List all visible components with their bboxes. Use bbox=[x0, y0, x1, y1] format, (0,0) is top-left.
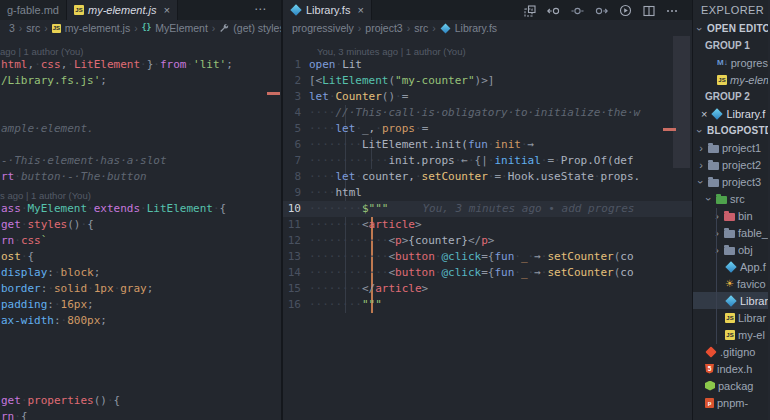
item-label: index.h bbox=[717, 363, 752, 375]
code-line[interactable]: 13············<button·@click={fun·_·→·se… bbox=[283, 249, 692, 265]
code-line[interactable]: 5····let·_,·props·= bbox=[283, 121, 692, 137]
group-header-group-2[interactable]: GROUP 2 bbox=[693, 88, 768, 105]
more-tabs-icon[interactable]: ⋯ bbox=[254, 2, 267, 16]
code-line[interactable]: 12············<p>{counter}</p> bbox=[283, 233, 692, 249]
close-icon[interactable]: × bbox=[701, 108, 707, 120]
code-line[interactable]: 7············init.props·←·{|·initial·=·P… bbox=[283, 153, 692, 169]
scrollbar[interactable] bbox=[673, 36, 690, 168]
code-line[interactable]: 6········LitElement.init(fun·init·→ bbox=[283, 137, 692, 153]
item-label: project1 bbox=[722, 142, 761, 154]
breadcrumb-item[interactable]: MyElement bbox=[155, 22, 208, 34]
tree-file-my-el[interactable]: JSmy-el bbox=[693, 326, 768, 343]
code-line[interactable] bbox=[0, 361, 281, 377]
breadcrumb-item[interactable]: src bbox=[414, 22, 428, 34]
code-line[interactable] bbox=[0, 89, 281, 105]
chevron-right-icon: › bbox=[697, 142, 705, 154]
code-line[interactable] bbox=[0, 137, 281, 153]
breadcrumb-item[interactable]: src bbox=[26, 22, 40, 34]
change-icon[interactable] bbox=[571, 5, 584, 17]
code-line[interactable] bbox=[0, 329, 281, 345]
code-line[interactable]: 15········</article> bbox=[283, 281, 692, 297]
item-label: favico bbox=[737, 278, 766, 290]
tree-file--gitigno[interactable]: .gitigno bbox=[693, 343, 768, 360]
tree-folder-project2[interactable]: ›project2 bbox=[693, 156, 768, 173]
tree-file-progress[interactable]: M↓progress bbox=[693, 54, 768, 71]
code-line[interactable]: 16········""" bbox=[283, 297, 692, 313]
code-line[interactable]: 10········$"""You, 3 minutes ago • add p… bbox=[283, 201, 692, 217]
code-line[interactable]: ample·element. bbox=[0, 121, 281, 137]
breadcrumb-item[interactable]: my-element.js bbox=[65, 22, 130, 34]
code-line[interactable]: ax-width:·800px; bbox=[0, 313, 281, 329]
tree-folder-obj[interactable]: ›obj bbox=[693, 241, 768, 258]
folder-icon bbox=[708, 162, 719, 170]
tree-file-app-f[interactable]: App.f bbox=[693, 258, 768, 275]
breadcrumb-item[interactable]: 3 bbox=[9, 22, 15, 34]
code-line[interactable]: ost·{ bbox=[0, 249, 281, 265]
open-changes-icon[interactable] bbox=[524, 5, 536, 17]
code-line[interactable]: html,·css,·LitElement·}·from·'lit'; bbox=[0, 57, 281, 73]
breadcrumb-item[interactable]: Library.fs bbox=[455, 22, 497, 34]
tree-folder-fable-[interactable]: ›fable_ bbox=[693, 224, 768, 241]
more-actions-icon[interactable] bbox=[666, 5, 678, 17]
close-icon[interactable]: × bbox=[357, 4, 363, 16]
code-line[interactable]: rt·button·-·The·button bbox=[0, 169, 281, 185]
split-editor-icon[interactable] bbox=[643, 5, 655, 17]
pnpm-icon: p bbox=[705, 398, 714, 408]
tree-file-librar[interactable]: Librar bbox=[693, 292, 768, 309]
group-header-group-1[interactable]: GROUP 1 bbox=[693, 37, 768, 54]
code-line[interactable]: 8····let·counter,·setCounter·=·Hook.useS… bbox=[283, 169, 692, 185]
code-line[interactable] bbox=[0, 377, 281, 393]
code-line[interactable]: get·styles()·{ bbox=[0, 217, 281, 233]
code-line[interactable]: border:·solid·1px·gray; bbox=[0, 281, 281, 297]
tab-g-fable.md[interactable]: g-fable.md bbox=[0, 0, 67, 20]
code-area[interactable]: ago | 1 author (You)html,·css,·LitElemen… bbox=[0, 36, 281, 420]
tree-file-library-f[interactable]: ×Library.f bbox=[693, 105, 768, 122]
code-line[interactable]: -·This·element·has·a·slot bbox=[0, 153, 281, 169]
line-number: 15 bbox=[283, 281, 309, 297]
item-label: .gitigno bbox=[720, 346, 755, 358]
tree-folder-project1[interactable]: ›project1 bbox=[693, 139, 768, 156]
code-line[interactable]: 14············<button·@click={fun·_·→·se… bbox=[283, 265, 692, 281]
tree-file-packag[interactable]: packag bbox=[693, 377, 768, 394]
code-line[interactable]: rn·{ bbox=[0, 409, 281, 420]
tree-file-my-elem[interactable]: JSmy-elem bbox=[693, 71, 768, 88]
item-label: BLOGPOSTDRAFT bbox=[707, 125, 768, 136]
tree-file-favico[interactable]: ☀favico bbox=[693, 275, 768, 292]
previous-change-icon[interactable] bbox=[547, 5, 560, 17]
tree-folder-project3[interactable]: ›project3 bbox=[693, 173, 768, 190]
run-icon[interactable] bbox=[619, 4, 632, 17]
code-line[interactable]: 1open·Lit bbox=[283, 57, 692, 73]
tree-file-librar[interactable]: JSLibrar bbox=[693, 309, 768, 326]
code-area[interactable]: You, 3 minutes ago | 1 author (You)1open… bbox=[283, 36, 692, 313]
code-line[interactable]: /Library.fs.js'; bbox=[0, 73, 281, 89]
code-line[interactable]: get·properties()·{ bbox=[0, 393, 281, 409]
section-header-blogpostdraft[interactable]: ›BLOGPOSTDRAFT bbox=[693, 122, 768, 139]
git-icon bbox=[705, 346, 716, 357]
code-line[interactable]: 9····html bbox=[283, 185, 692, 201]
section-header-open-editors[interactable]: ›OPEN EDITORS bbox=[693, 20, 768, 37]
code-line[interactable]: padding:·16px; bbox=[0, 297, 281, 313]
code-line[interactable]: 2[<LitElement("my-counter")>] bbox=[283, 73, 692, 89]
right-tabs: Library.fs× bbox=[283, 0, 372, 20]
code-line[interactable] bbox=[0, 345, 281, 361]
tree-folder-src[interactable]: ›src bbox=[693, 190, 768, 207]
tree-folder-bin[interactable]: ›bin bbox=[693, 207, 768, 224]
tab-Library.fs[interactable]: Library.fs× bbox=[283, 0, 372, 20]
tab-my-element.js[interactable]: JSmy-element.js× bbox=[67, 0, 178, 20]
breadcrumb-item[interactable]: progressively bbox=[292, 22, 354, 34]
code-line[interactable]: 11········<article> bbox=[283, 217, 692, 233]
breadcrumb-item[interactable]: project3 bbox=[365, 22, 402, 34]
code-line[interactable]: rn·css` bbox=[0, 233, 281, 249]
code-line[interactable] bbox=[0, 105, 281, 121]
close-icon[interactable]: × bbox=[163, 4, 169, 16]
tree-file-index-h[interactable]: 5index.h bbox=[693, 360, 768, 377]
fs-icon bbox=[712, 108, 723, 119]
next-change-icon[interactable] bbox=[595, 5, 608, 17]
code-line[interactable]: 3let·Counter()·= bbox=[283, 89, 692, 105]
tree-file-pnpm-[interactable]: ppnpm- bbox=[693, 394, 768, 411]
code-line[interactable]: ass·MyElement·extends·LitElement·{ bbox=[0, 201, 281, 217]
code-line[interactable]: 4····//·This·call·is·obligatory·to·initi… bbox=[283, 105, 692, 121]
code-line[interactable]: display:·block; bbox=[0, 265, 281, 281]
breadcrumb-item[interactable]: (get) styles bbox=[233, 22, 281, 34]
chevron-down-icon: › bbox=[694, 25, 706, 33]
